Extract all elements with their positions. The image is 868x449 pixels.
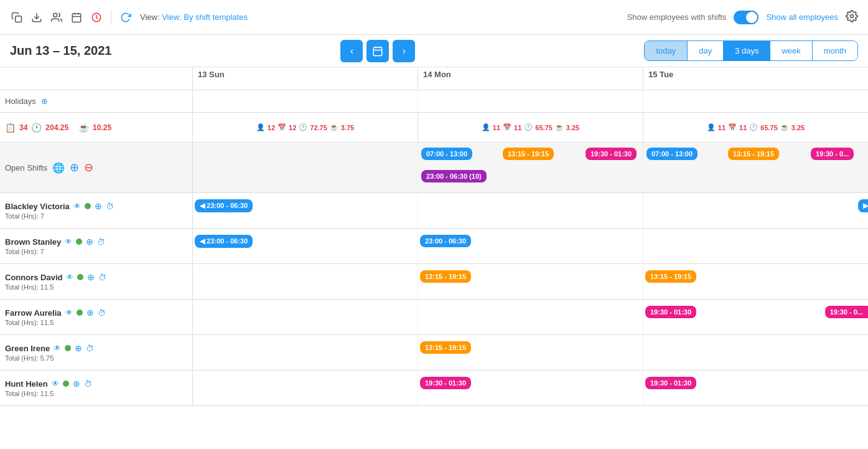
emp-day-2-blackley: ▶	[643, 193, 868, 228]
emp-day-0-brown: ◀ 23:00 - 06:30	[193, 229, 418, 263]
open-shifts-day-1: 07:00 - 13:00 13:15 - 19:15 19:30 - 01:3…	[418, 143, 643, 192]
holidays-label: Holidays ⊕	[0, 90, 193, 112]
employee-row-hunt: Hunt Helen 👁 ⊕ ⏱ Total (Hrs): 11.5 19:30…	[0, 371, 868, 406]
grid-container: 13 Sun 14 Mon 15 Tue Holidays ⊕ 📋 34 🕐	[0, 67, 868, 449]
emp-days-connors: 13:15 - 19:15 13:15 - 19:15	[193, 264, 868, 299]
toggle-switch[interactable]	[734, 11, 758, 24]
shift-chip-extra[interactable]: ▶	[858, 199, 868, 212]
shift-chip[interactable]: 13:15 - 19:15	[420, 270, 471, 283]
download-icon[interactable]	[30, 11, 44, 24]
emp-clock-green[interactable]: ⏱	[86, 344, 94, 353]
shift-chip-far-right[interactable]: 19:30 - 0...	[825, 306, 868, 318]
emp-clock-blackley[interactable]: ⏱	[106, 202, 114, 211]
svg-rect-0	[16, 16, 22, 22]
date-range: Jun 13 – 15, 2021	[10, 44, 111, 58]
period-buttons: today day 3 days week month	[644, 40, 858, 61]
period-3days[interactable]: 3 days	[724, 41, 770, 60]
emp-clock-brown[interactable]: ⏱	[97, 237, 105, 247]
clock-icon[interactable]	[90, 11, 103, 24]
calendar-picker-button[interactable]	[366, 40, 389, 62]
emp-eye-green[interactable]: 👁	[54, 344, 61, 352]
summary-label: 📋 34 🕐 204.25 ☕ 10.25	[0, 113, 193, 142]
employee-row-farrow: Farrow Aurelia 👁 ⊕ ⏱ Total (Hrs): 11.5 1…	[0, 300, 868, 335]
emp-add-farrow[interactable]: ⊕	[86, 308, 94, 318]
emp-status-brown	[76, 239, 82, 245]
shift-chip[interactable]: ◀ 23:00 - 06:30	[195, 235, 253, 248]
calendar-icon[interactable]	[70, 11, 83, 24]
holidays-day-1	[418, 90, 643, 112]
emp-day-2-farrow: 19:30 - 01:30 19:30 - 0...	[643, 300, 868, 334]
emp-clock-hunt[interactable]: ⏱	[84, 379, 92, 389]
summary-day-2: 👤11 📅11 🕐65.75 ☕3.25	[643, 113, 868, 142]
summary-total: 34	[19, 123, 27, 132]
emp-label-connors: Connors David 👁 ⊕ ⏱ Total (Hrs): 11.5	[0, 264, 193, 299]
emp-eye-connors[interactable]: 👁	[66, 273, 73, 281]
shift-chip[interactable]: 19:30 - 01:30	[645, 306, 696, 318]
emp-total-hunt: Total (Hrs): 11.5	[5, 390, 187, 397]
prev-button[interactable]: ‹	[340, 40, 363, 62]
emp-eye-brown[interactable]: 👁	[65, 237, 72, 246]
shift-chip[interactable]: 13:15 - 19:15	[728, 148, 779, 160]
emp-name-connors: Connors David	[5, 273, 62, 282]
shift-chip[interactable]: ◀ 23:00 - 06:30	[195, 199, 253, 212]
people-icon[interactable]	[50, 11, 63, 24]
emp-days-farrow: 19:30 - 01:30 19:30 - 0...	[193, 300, 868, 334]
shift-chip-extra[interactable]: 23:00 - 06:30 (10)	[421, 170, 487, 182]
employee-row-brown: Brown Stanley 👁 ⊕ ⏱ Total (Hrs): 7 ◀ 23:…	[0, 229, 868, 264]
holidays-globe-icon[interactable]: ⊕	[41, 97, 48, 106]
emp-add-connors[interactable]: ⊕	[87, 272, 95, 282]
emp-eye-blackley[interactable]: 👁	[73, 202, 81, 210]
shift-chip[interactable]: 07:00 - 13:00	[421, 148, 472, 160]
shift-chip[interactable]: 19:30 - 01:30	[420, 377, 471, 389]
view-label[interactable]: View: View: By shift templates	[140, 12, 248, 22]
emp-label-blackley: Blackley Victoria 👁 ⊕ ⏱ Total (Hrs): 7	[0, 193, 193, 228]
col-label-header	[0, 67, 193, 90]
emp-add-hunt[interactable]: ⊕	[73, 379, 80, 389]
shift-chip[interactable]: 07:00 - 13:00	[646, 148, 698, 160]
emp-name-farrow: Farrow Aurelia	[5, 308, 62, 318]
day-col-1: 14 Mon	[418, 67, 643, 90]
next-button[interactable]: ›	[393, 40, 415, 62]
emp-label-farrow: Farrow Aurelia 👁 ⊕ ⏱ Total (Hrs): 11.5	[0, 300, 193, 334]
shift-chip[interactable]: 23:00 - 06:30	[420, 235, 471, 247]
period-day[interactable]: day	[688, 41, 724, 60]
open-shifts-title: Open Shifts	[5, 163, 47, 173]
emp-status-hunt	[63, 380, 69, 387]
shift-chip[interactable]: 13:15 - 19:15	[420, 341, 471, 354]
emp-day-0-hunt	[193, 371, 418, 405]
shift-chip[interactable]: 19:30 - 01:30	[645, 377, 696, 389]
show-all-link[interactable]: Show all employees	[766, 12, 838, 22]
open-shifts-row: Open Shifts 🌐 ⊕ ⊖ 07:00 - 13:00 13:15 - …	[0, 143, 868, 193]
nav-buttons: ‹ ›	[340, 40, 415, 62]
day-col-2: 15 Tue	[643, 67, 868, 90]
emp-eye-farrow[interactable]: 👁	[65, 308, 73, 317]
summary-breaks: 10.25	[93, 123, 111, 132]
open-shifts-add-icon[interactable]: ⊕	[70, 161, 79, 174]
emp-days-brown: ◀ 23:00 - 06:30 23:00 - 06:30	[193, 229, 868, 263]
emp-add-green[interactable]: ⊕	[75, 343, 82, 353]
emp-clock-connors[interactable]: ⏱	[98, 273, 106, 282]
open-shifts-day-2: 07:00 - 13:00 13:15 - 19:15 19:30 - 0...	[643, 143, 868, 192]
shift-chip[interactable]: 13:15 - 19:15	[503, 148, 554, 160]
emp-day-0-farrow	[193, 300, 418, 334]
period-today[interactable]: today	[645, 41, 688, 60]
copy-icon[interactable]	[10, 11, 24, 24]
emp-day-1-connors: 13:15 - 19:15	[418, 264, 643, 299]
gear-button[interactable]	[846, 10, 858, 24]
period-week[interactable]: week	[770, 41, 812, 60]
refresh-icon[interactable]	[119, 11, 133, 24]
emp-clock-farrow[interactable]: ⏱	[98, 308, 106, 318]
grid-body: Holidays ⊕ 📋 34 🕐 204.25 ☕ 10.25 👤12	[0, 90, 868, 449]
employee-row-connors: Connors David 👁 ⊕ ⏱ Total (Hrs): 11.5 13…	[0, 264, 868, 300]
period-month[interactable]: month	[813, 41, 857, 60]
open-shifts-days: 07:00 - 13:00 13:15 - 19:15 19:30 - 01:3…	[193, 143, 868, 192]
shift-chip[interactable]: 13:15 - 19:15	[645, 270, 696, 283]
emp-eye-hunt[interactable]: 👁	[52, 379, 59, 388]
shift-chip[interactable]: 19:30 - 0...	[811, 148, 854, 160]
emp-add-blackley[interactable]: ⊕	[95, 201, 102, 211]
shift-chip[interactable]: 19:30 - 01:30	[586, 148, 637, 160]
emp-label-hunt: Hunt Helen 👁 ⊕ ⏱ Total (Hrs): 11.5	[0, 371, 193, 405]
open-shifts-remove-icon[interactable]: ⊖	[84, 161, 93, 174]
holidays-day-0	[193, 90, 418, 112]
emp-add-brown[interactable]: ⊕	[86, 237, 93, 247]
